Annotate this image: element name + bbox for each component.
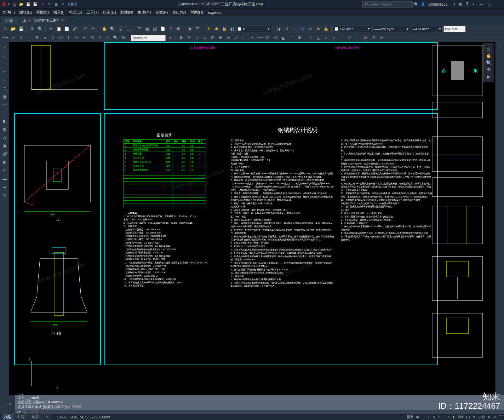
share-button[interactable]: ⇄ 共享 [66,2,79,7]
menu-window[interactable]: 窗口(W) [172,10,186,15]
color-selector[interactable]: ByLayer▾ [334,26,371,32]
open-drawing-icon[interactable]: 📂 [10,26,17,32]
menu-tools[interactable]: 工具(T) [86,10,99,15]
layer-walk-icon[interactable]: 👣 [299,26,306,32]
layer-frz-icon[interactable]: ❄ [315,26,322,32]
help-dropdown-icon[interactable]: ▾ [472,2,474,6]
paste-icon[interactable]: 📄 [63,26,70,32]
plotstyle-input[interactable] [444,26,466,32]
scale-icon[interactable]: ⤢ [233,34,240,41]
dim-diameter-icon[interactable]: ⌀ [41,34,48,41]
snap-end-icon[interactable]: □ [307,34,314,41]
layer-color-icon[interactable]: ◧ [229,26,236,32]
lineweight-selector[interactable]: — ByLayer▾ [411,26,443,32]
sheet-set-icon[interactable]: 📑 [159,26,166,32]
break-icon[interactable]: ⊟ [264,34,271,41]
trim-icon[interactable]: ✂ [249,34,255,41]
offset-icon[interactable]: ⊂ [201,34,208,41]
explode-icon[interactable]: ✱ [296,34,303,41]
dim-angular-icon[interactable]: ∠ [18,34,25,41]
menu-help[interactable]: 帮助(H) [190,10,203,15]
dyn-input-icon[interactable]: ⌨ [458,415,463,419]
redo-icon[interactable]: ↷ [90,26,97,32]
layer-iso-icon[interactable]: ◨ [275,26,282,32]
block-insert-icon[interactable]: ▣ [1,142,9,149]
snap-none-icon[interactable]: ⊘ [378,34,385,41]
tab-start[interactable]: 开始 [1,17,18,25]
zoom-extents-icon[interactable]: ⛶ [125,26,132,32]
menu-insert[interactable]: 插入(I) [53,10,64,15]
menu-format[interactable]: 格式(O) [69,10,82,15]
copy-obj-icon[interactable]: ⎘ [186,34,192,41]
donut-icon[interactable]: ◎ [1,191,9,198]
mirror-icon[interactable]: ⇄ [193,34,200,41]
undo-icon[interactable]: ↶ [39,2,45,7]
cut-icon[interactable]: ✂ [48,26,54,32]
snap-tan-icon[interactable]: ⊖ [346,34,353,41]
extend-icon[interactable]: ⟶ [256,34,263,41]
otrack-icon[interactable]: ⟊ [443,415,445,419]
dim-break-icon[interactable]: ⊟ [89,34,95,41]
layer-off-icon[interactable]: ⊘ [307,26,314,32]
dropdown-icon[interactable]: ▾ [8,2,10,6]
snap-icon[interactable]: ⊡ [421,415,424,419]
tab-layout2[interactable]: 布局2 [29,414,43,420]
snap-perp-icon[interactable]: ⊥ [338,34,345,41]
spline-icon[interactable]: 〰 [1,101,9,108]
osnap-icon[interactable]: ◇ [438,415,440,419]
erase-icon[interactable]: ✖ [178,34,185,41]
stretch-icon[interactable]: ↔ [241,34,248,41]
account-icon[interactable]: 👤 [421,2,425,6]
pan-icon[interactable]: ✋ [101,26,108,32]
nav-wheel-icon[interactable]: ◎ [487,46,490,51]
layer-lock-icon[interactable]: 🔒 [221,26,228,32]
region-icon[interactable]: ◧ [1,117,9,125]
polar-icon[interactable]: ✳ [432,415,435,419]
layer-selector[interactable]: 0▾ [237,26,271,32]
save-drawing-icon[interactable]: 💾 [18,26,25,32]
clean-screen-icon[interactable]: ▭ [493,415,496,419]
ortho-icon[interactable]: ⊥ [427,415,430,419]
print-icon[interactable]: 🖶 [53,2,59,7]
customize-icon[interactable]: ☰ [499,415,502,419]
grid-icon[interactable]: ⊞ [416,415,419,419]
design-center-icon[interactable]: ▦ [144,26,151,32]
help-search-input[interactable] [362,1,413,8]
dim-aligned-icon[interactable]: ⤢ [10,34,17,41]
join-icon[interactable]: ⊕ [272,34,279,41]
fillet-icon[interactable]: ◜ [288,34,295,41]
layer-props-icon[interactable]: ☰ [194,26,201,32]
tab-close-icon[interactable]: × [61,18,63,23]
anno-scale-icon[interactable]: ✎ [473,415,476,419]
nav-orbit-icon[interactable]: ⟲ [487,67,490,72]
hatch-icon[interactable]: ▦ [1,93,9,100]
nav-pan-icon[interactable]: ✋ [486,53,491,58]
dim-space-icon[interactable]: ⇔ [81,34,88,41]
snap-mid-icon[interactable]: △ [315,34,322,41]
markup-icon[interactable]: ✎ [167,26,174,32]
snap-near-icon[interactable]: ⌓ [354,34,361,41]
snap-cen-icon[interactable]: ○ [323,34,329,41]
line-icon[interactable]: ╱ [1,43,9,51]
transparency-icon[interactable]: ◐ [452,415,455,419]
model-button[interactable]: 模型 [407,415,414,419]
xref-icon[interactable]: 🔗 [1,150,9,158]
layer-unlock-icon[interactable]: 🔓 [323,26,329,32]
qat-more-icon[interactable]: ▾ [60,2,66,7]
open-icon[interactable]: 📂 [19,2,24,7]
nav-zoom-icon[interactable]: 🔍 [486,60,491,65]
zoom-window-icon[interactable]: ◱ [117,26,124,32]
wipeout-icon[interactable]: ▬ [1,175,9,182]
revcloud-icon[interactable]: ☁ [1,183,9,190]
linetype-selector[interactable]: —— ByLayer▾ [372,26,410,32]
user-name[interactable]: 1505999135... [428,3,450,6]
chamfer-icon[interactable]: ◣ [280,34,287,41]
redo-icon[interactable]: ↷ [46,2,52,7]
snap-ins-icon[interactable]: ⊡ [370,34,377,41]
arc-icon[interactable]: ◠ [1,68,9,76]
tab-layout1[interactable]: 布局1 [14,414,28,420]
menu-express[interactable]: Express [208,10,221,15]
dim-style-input[interactable] [131,35,166,41]
saveas-icon[interactable]: 💾 [32,2,38,7]
nav-showmotion-icon[interactable]: ▶ [487,74,490,79]
